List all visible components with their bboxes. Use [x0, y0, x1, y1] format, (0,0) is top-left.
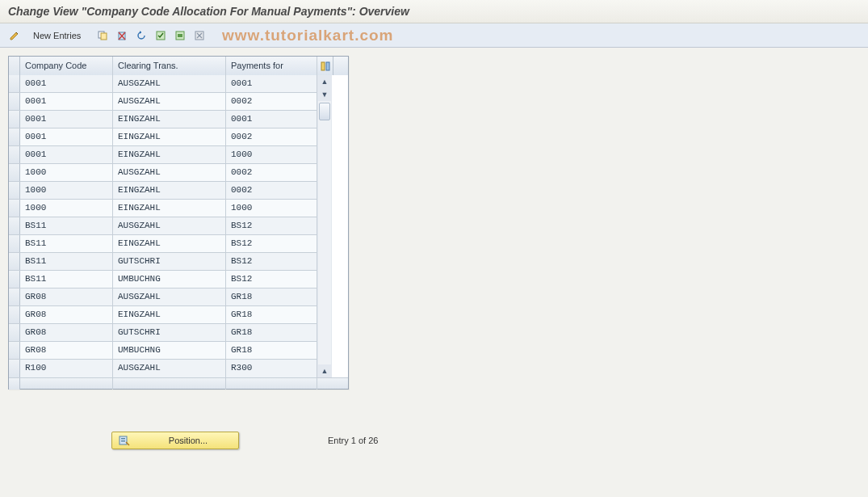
cell-clearing-trans[interactable]: GUTSCHRI [113, 324, 226, 341]
cell-payments-for[interactable]: BS12 [226, 271, 317, 288]
cell-company-code[interactable]: 0001 [20, 93, 113, 110]
new-entries-button[interactable]: New Entries [27, 28, 86, 43]
select-all-icon[interactable] [153, 27, 169, 44]
cell-payments-for[interactable]: GR18 [226, 306, 317, 323]
cell-payments-for[interactable]: BS12 [226, 217, 317, 234]
table-row: GR08GUTSCHRIGR18 [9, 324, 317, 342]
row-selector[interactable] [9, 93, 20, 110]
cell-company-code[interactable]: BS11 [20, 217, 113, 234]
cell-company-code[interactable]: GR08 [20, 289, 113, 305]
scroll-up-icon[interactable]: ▲ [318, 75, 331, 88]
scroll-track[interactable] [318, 101, 331, 364]
vertical-scrollbar[interactable]: ▲ ▼ ▲ [317, 75, 332, 377]
cell-clearing-trans[interactable]: UMBUCHNG [113, 342, 226, 359]
row-selector[interactable] [9, 200, 20, 217]
deselect-all-icon[interactable] [191, 27, 208, 44]
cell-company-code[interactable]: 0001 [20, 111, 113, 128]
cell-clearing-trans[interactable]: AUSGZAHL [113, 164, 226, 181]
cell-payments-for[interactable]: 0002 [226, 93, 317, 110]
cell-payments-for[interactable]: BS12 [226, 235, 317, 252]
cell-company-code[interactable]: 0001 [20, 75, 113, 92]
table-row: 0001AUSGZAHL0001 [9, 75, 317, 93]
cell-payments-for[interactable]: GR18 [226, 289, 317, 305]
row-selector[interactable] [9, 164, 20, 181]
row-selector[interactable] [9, 128, 20, 145]
row-selector[interactable] [9, 235, 20, 252]
cell-payments-for[interactable]: 0002 [226, 128, 317, 145]
undo-icon[interactable] [133, 27, 149, 44]
cell-payments-for[interactable]: BS12 [226, 253, 317, 270]
cell-company-code[interactable]: BS11 [20, 253, 113, 270]
row-selector[interactable] [9, 75, 20, 92]
row-selector[interactable] [9, 271, 20, 288]
row-selector[interactable] [9, 146, 20, 163]
cell-clearing-trans[interactable]: AUSGZAHL [113, 360, 226, 377]
toggle-change-icon[interactable] [6, 27, 23, 44]
cell-clearing-trans[interactable]: AUSGZAHL [113, 217, 226, 234]
svg-rect-7 [178, 34, 182, 37]
cell-company-code[interactable]: 0001 [20, 146, 113, 163]
cell-clearing-trans[interactable]: UMBUCHNG [113, 271, 226, 288]
content-area: Company Code Clearing Trans. Payments fo… [0, 48, 868, 457]
cell-clearing-trans[interactable]: EINGZAHL [113, 146, 226, 163]
table-row: BS11AUSGZAHLBS12 [9, 217, 317, 235]
row-selector[interactable] [9, 111, 20, 128]
table-row: 0001AUSGZAHL0002 [9, 93, 317, 111]
delete-icon[interactable] [114, 27, 130, 44]
cell-company-code[interactable]: 1000 [20, 182, 113, 199]
cell-clearing-trans[interactable]: AUSGZAHL [113, 75, 226, 92]
row-selector[interactable] [9, 289, 20, 305]
cell-payments-for[interactable]: 0002 [226, 182, 317, 199]
scroll-thumb[interactable] [319, 103, 330, 120]
row-selector[interactable] [9, 253, 20, 270]
cell-clearing-trans[interactable]: GUTSCHRI [113, 253, 226, 270]
cell-payments-for[interactable]: 1000 [226, 200, 317, 217]
position-button[interactable]: Position... [111, 432, 239, 449]
row-selector[interactable] [9, 360, 20, 377]
row-selector[interactable] [9, 306, 20, 323]
svg-rect-11 [321, 62, 325, 70]
cell-payments-for[interactable]: GR18 [226, 342, 317, 359]
table-row: GR08AUSGZAHLGR18 [9, 289, 317, 306]
cell-clearing-trans[interactable]: EINGZAHL [113, 235, 226, 252]
cell-clearing-trans[interactable]: AUSGZAHL [113, 93, 226, 110]
scroll-down-icon[interactable]: ▼ [318, 88, 331, 101]
table-row: BS11UMBUCHNGBS12 [9, 271, 317, 289]
cell-clearing-trans[interactable]: EINGZAHL [113, 306, 226, 323]
cell-company-code[interactable]: GR08 [20, 324, 113, 341]
cell-company-code[interactable]: 0001 [20, 128, 113, 145]
cell-company-code[interactable]: GR08 [20, 342, 113, 359]
scroll-page-up-icon[interactable]: ▲ [318, 364, 331, 377]
cell-company-code[interactable]: R100 [20, 360, 113, 377]
cell-clearing-trans[interactable]: EINGZAHL [113, 200, 226, 217]
cell-clearing-trans[interactable]: EINGZAHL [113, 111, 226, 128]
table-row: 1000EINGZAHL0002 [9, 182, 317, 200]
column-header-clearing-trans[interactable]: Clearing Trans. [113, 57, 226, 75]
table-row: GR08UMBUCHNGGR18 [9, 342, 317, 360]
cell-company-code[interactable]: 1000 [20, 164, 113, 181]
column-header-payments-for[interactable]: Payments for [226, 57, 317, 75]
cell-payments-for[interactable]: GR18 [226, 324, 317, 341]
cell-company-code[interactable]: GR08 [20, 306, 113, 323]
cell-clearing-trans[interactable]: AUSGZAHL [113, 289, 226, 305]
row-selector[interactable] [9, 324, 20, 341]
page-title-text: Change View "Company Code Allocation For… [8, 5, 409, 18]
cell-company-code[interactable]: BS11 [20, 235, 113, 252]
cell-payments-for[interactable]: 0002 [226, 164, 317, 181]
cell-clearing-trans[interactable]: EINGZAHL [113, 128, 226, 145]
cell-company-code[interactable]: 1000 [20, 200, 113, 217]
svg-rect-1 [101, 33, 107, 40]
row-selector[interactable] [9, 217, 20, 234]
cell-payments-for[interactable]: 1000 [226, 146, 317, 163]
cell-payments-for[interactable]: R300 [226, 360, 317, 377]
cell-clearing-trans[interactable]: EINGZAHL [113, 182, 226, 199]
copy-as-icon[interactable] [94, 27, 111, 44]
column-header-company-code[interactable]: Company Code [20, 57, 113, 75]
cell-payments-for[interactable]: 0001 [226, 75, 317, 92]
cell-payments-for[interactable]: 0001 [226, 111, 317, 128]
row-selector[interactable] [9, 182, 20, 199]
configure-columns-icon[interactable] [317, 57, 333, 75]
cell-company-code[interactable]: BS11 [20, 271, 113, 288]
select-block-icon[interactable] [172, 27, 188, 44]
row-selector[interactable] [9, 342, 20, 359]
